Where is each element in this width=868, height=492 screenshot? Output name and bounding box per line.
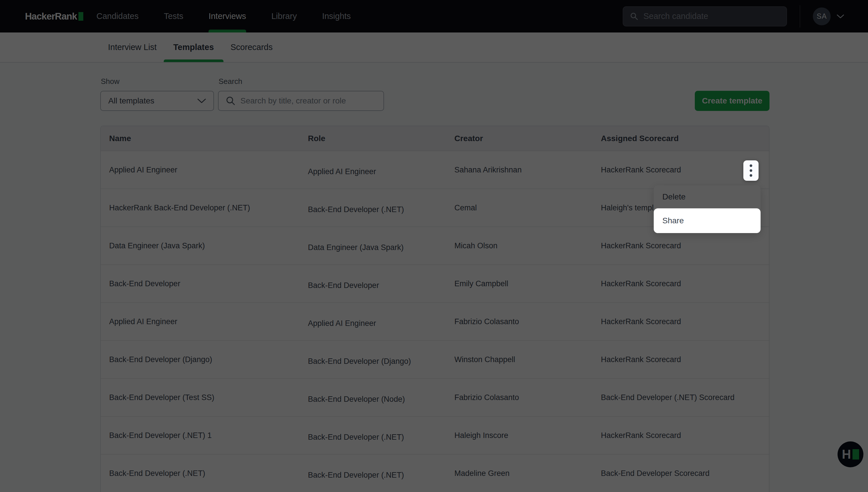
kebab-icon xyxy=(750,164,752,167)
kebab-icon xyxy=(750,169,752,172)
row-actions-kebab-button[interactable] xyxy=(743,161,759,181)
tour-dim-overlay xyxy=(0,0,868,492)
menu-item-share-spotlight[interactable]: Share xyxy=(654,208,761,233)
kebab-icon xyxy=(750,174,752,177)
